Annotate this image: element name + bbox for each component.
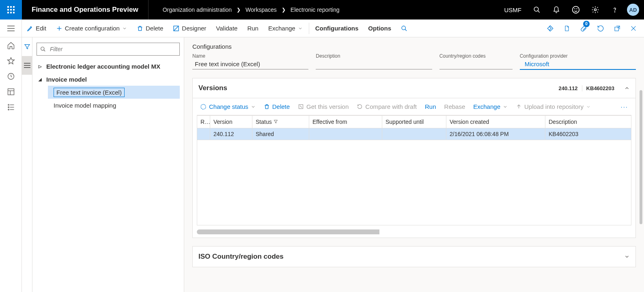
diamond-button[interactable] — [542, 19, 559, 37]
change-status-button[interactable]: Change status — [197, 98, 259, 115]
table-row[interactable]: 240.112 Shared 2/16/2021 06:08:48 PM KB4… — [197, 128, 631, 140]
version-run-button[interactable]: Run — [422, 98, 439, 115]
iso-header[interactable]: ISO Country/region codes — [193, 247, 635, 267]
nav-workspaces[interactable] — [7, 88, 15, 96]
designer-button[interactable]: Designer — [168, 19, 211, 37]
delete-button[interactable]: Delete — [132, 19, 168, 37]
find-button[interactable] — [396, 19, 412, 37]
cell-version: 240.112 — [210, 128, 252, 140]
tabstrip-list[interactable] — [22, 56, 32, 75]
config-form: Name Free text invoice (Excel) Descripti… — [192, 53, 636, 70]
version-delete-button[interactable]: Delete — [261, 98, 293, 115]
col-head-status[interactable]: Status — [252, 116, 309, 128]
col-head-r[interactable]: R... — [197, 116, 210, 128]
get-version-label: Get this version — [306, 103, 349, 110]
notifications-button[interactable] — [547, 0, 566, 19]
tree-node[interactable]: ▷ Electronic ledger accounting model MX — [37, 60, 180, 73]
version-exchange-button[interactable]: Exchange — [470, 98, 511, 115]
nav-modules[interactable] — [7, 103, 15, 111]
breadcrumb-item[interactable]: Electronic reporting — [291, 6, 340, 13]
star-icon — [7, 57, 15, 65]
command-bar-right: 0 — [542, 19, 644, 37]
legal-entity[interactable]: USMF — [499, 0, 528, 19]
breadcrumb-item[interactable]: Workspaces — [246, 6, 277, 13]
compare-button: Compare with draft — [353, 98, 420, 115]
avatar[interactable]: AD — [627, 4, 639, 16]
svg-point-42 — [201, 104, 206, 109]
trash-icon — [137, 25, 143, 32]
col-head-supported[interactable]: Supported until — [382, 116, 446, 128]
gear-icon — [591, 6, 599, 14]
plus-icon — [56, 25, 62, 32]
svg-point-35 — [8, 109, 9, 110]
chevron-up-icon — [624, 85, 630, 91]
svg-rect-0 — [7, 6, 9, 8]
search-button[interactable] — [527, 0, 547, 19]
status-icon — [200, 104, 207, 110]
diamond-icon — [547, 25, 554, 32]
nav-favorites[interactable] — [7, 57, 15, 65]
app-launcher[interactable] — [0, 0, 22, 19]
col-head-version[interactable]: Version — [210, 116, 252, 128]
field-value-provider[interactable]: Microsoft — [520, 59, 636, 70]
field-label-name: Name — [192, 53, 308, 59]
settings-button[interactable] — [586, 0, 605, 19]
configurations-tab[interactable]: Configurations — [310, 19, 364, 37]
svg-rect-1 — [10, 6, 12, 8]
help-icon — [611, 6, 618, 13]
feedback-button[interactable] — [566, 0, 586, 19]
popout-button[interactable] — [609, 19, 625, 37]
office-button[interactable] — [559, 19, 575, 37]
col-head-description[interactable]: Description — [545, 116, 631, 128]
run-button[interactable]: Run — [242, 19, 263, 37]
nav-recent[interactable] — [7, 72, 15, 80]
help-button[interactable] — [605, 0, 625, 19]
nav-home[interactable] — [7, 41, 15, 50]
tree-node[interactable]: ◢ Invoice model — [37, 73, 180, 86]
filter-box[interactable] — [37, 43, 180, 56]
tree-leaf-selected[interactable]: Free text invoice (Excel) — [48, 86, 180, 99]
tree-node-label: Invoice model — [46, 76, 87, 83]
options-label: Options — [368, 25, 391, 32]
options-tab[interactable]: Options — [363, 19, 396, 37]
horizontal-scrollbar[interactable] — [197, 229, 631, 234]
field-value-country[interactable] — [439, 59, 513, 69]
ellipsis-icon: ··· — [620, 103, 628, 110]
top-actions: USMF AD — [499, 0, 644, 19]
more-actions-button[interactable]: ··· — [617, 98, 631, 115]
svg-rect-5 — [13, 9, 15, 11]
svg-rect-3 — [7, 9, 9, 11]
svg-point-15 — [614, 12, 615, 12]
exchange-button[interactable]: Exchange — [263, 19, 308, 37]
breadcrumb-item[interactable]: Organization administration — [163, 6, 232, 13]
field-label-country: Country/region codes — [439, 53, 513, 59]
bell-icon — [553, 6, 560, 14]
tree-leaf[interactable]: Invoice model mapping — [48, 99, 180, 112]
create-configuration-button[interactable]: Create configuration — [51, 19, 132, 37]
caret-down-icon: ◢ — [37, 77, 43, 82]
versions-header[interactable]: Versions 240.112 KB4602203 — [193, 78, 635, 98]
edit-button[interactable]: Edit — [22, 19, 51, 37]
badge-count: 0 — [583, 21, 590, 27]
field-value-description[interactable] — [316, 59, 432, 69]
tabstrip-filter[interactable] — [22, 37, 32, 56]
cell-status: Shared — [252, 128, 309, 140]
svg-rect-8 — [13, 12, 15, 13]
nav-toggle[interactable] — [0, 19, 22, 37]
configurations-label: Configurations — [315, 25, 359, 32]
attachments-button[interactable]: 0 — [575, 19, 592, 37]
col-head-created[interactable]: Version created — [446, 116, 545, 128]
validate-button[interactable]: Validate — [211, 19, 242, 37]
field-value-name[interactable]: Free text invoice (Excel) — [192, 59, 308, 69]
filter-input[interactable] — [49, 45, 176, 53]
col-head-effective[interactable]: Effective from — [309, 116, 382, 128]
validate-label: Validate — [216, 25, 237, 32]
refresh-button[interactable] — [592, 19, 609, 37]
vertical-scrollbar[interactable] — [640, 90, 642, 224]
svg-rect-2 — [13, 6, 15, 8]
versions-chip-version: 240.112 — [555, 85, 582, 91]
close-button[interactable] — [625, 19, 642, 37]
breadcrumb: Organization administration ❯ Workspaces… — [149, 0, 340, 19]
grid-header-row: R... Version Status Effective from Suppo… — [197, 116, 631, 128]
iso-title: ISO Country/region codes — [198, 253, 284, 261]
